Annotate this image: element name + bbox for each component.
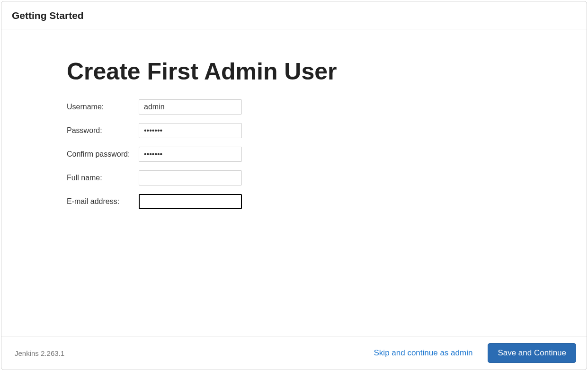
username-label: Username: [67, 103, 139, 111]
password-label: Password: [67, 126, 139, 135]
modal-footer: Jenkins 2.263.1 Skip and continue as adm… [1, 336, 587, 370]
skip-button[interactable]: Skip and continue as admin [372, 345, 475, 361]
form-row-password: Password: [67, 123, 535, 138]
form-row-full-name: Full name: [67, 170, 535, 186]
full-name-label: Full name: [67, 174, 139, 182]
username-input[interactable] [139, 99, 242, 115]
page-title: Create First Admin User [67, 58, 535, 85]
password-input[interactable] [139, 123, 242, 138]
save-continue-button[interactable]: Save and Continue [488, 343, 576, 363]
modal-title: Getting Started [12, 10, 576, 21]
version-label: Jenkins 2.263.1 [12, 349, 64, 357]
email-input[interactable] [139, 194, 242, 209]
email-label: E-mail address: [67, 197, 139, 206]
setup-wizard-modal: Getting Started Create First Admin User … [1, 1, 587, 370]
confirm-password-input[interactable] [139, 147, 242, 162]
confirm-password-label: Confirm password: [67, 150, 139, 159]
full-name-input[interactable] [139, 170, 242, 186]
form-row-email: E-mail address: [67, 194, 535, 209]
modal-body: Create First Admin User Username: Passwo… [1, 29, 587, 336]
modal-header: Getting Started [1, 1, 587, 29]
form-row-confirm-password: Confirm password: [67, 147, 535, 162]
form-row-username: Username: [67, 99, 535, 115]
